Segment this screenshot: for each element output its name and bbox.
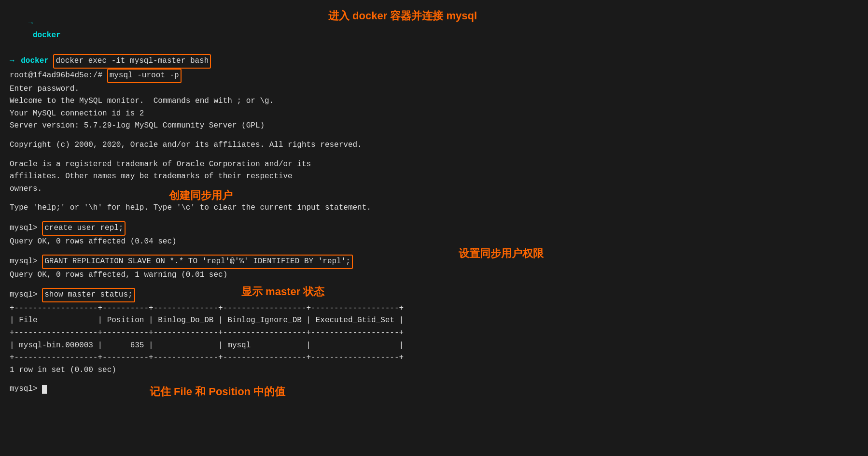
table-data-row: | mysql-bin.000003 | 635 | | mysql | | bbox=[10, 340, 858, 352]
table-border-top: +------------------+----------+---------… bbox=[10, 302, 858, 315]
arrow-icon: → bbox=[28, 19, 33, 28]
create-user-cmd-box: create user repl; bbox=[42, 221, 126, 236]
server-version-line: Server version: 5.7.29-log MySQL Communi… bbox=[10, 120, 858, 132]
annotation-create-user: 创建同步用户 bbox=[169, 188, 233, 203]
terminal-window: 进入 docker 容器并连接 mysql → docker → docker … bbox=[0, 0, 868, 405]
final-prompt-text: mysql> bbox=[10, 383, 42, 396]
terminal-line-docker-cmd: → docker docker exec -it mysql-master ba… bbox=[10, 54, 858, 69]
copyright-line-3: affiliates. Other names may be trademark… bbox=[10, 171, 858, 183]
annotation-show-master: 显示 master 状态 bbox=[241, 285, 324, 299]
table-border-mid: +------------------+----------+---------… bbox=[10, 327, 858, 340]
mysql-cmd-box: mysql -uroot -p bbox=[107, 69, 182, 83]
docker-cmd-box: docker exec -it mysql-master bash bbox=[53, 54, 211, 69]
create-user-result: Query OK, 0 rows affected (0.04 sec) bbox=[10, 236, 858, 248]
table-border-bot: +------------------+----------+---------… bbox=[10, 352, 858, 364]
enter-password-line: Enter password. bbox=[10, 83, 858, 96]
show-master-cmd-box: show master status; bbox=[42, 288, 135, 302]
table-header: | File | Position | Binlog_Do_DB | Binlo… bbox=[10, 314, 858, 327]
welcome-line-1: Welcome to the MySQL monitor. Commands e… bbox=[10, 95, 858, 108]
terminal-line-root-cmd: root@1f4ad96b4d5e:/# mysql -uroot -p bbox=[10, 69, 858, 83]
copyright-line-4: owners. bbox=[10, 183, 858, 196]
welcome-line-2: Your MySQL connection id is 2 bbox=[10, 108, 858, 120]
annotation-remember-values: 记住 File 和 Position 中的值 bbox=[150, 385, 285, 399]
help-line: Type 'help;' or '\h' for help. Type '\c'… bbox=[10, 202, 858, 214]
cursor-blink bbox=[42, 385, 47, 394]
final-prompt-line: mysql> bbox=[10, 383, 858, 396]
grant-result: Query OK, 0 rows affected, 1 warning (0.… bbox=[10, 269, 858, 282]
create-user-line: mysql> create user repl; bbox=[10, 221, 858, 236]
annotation-enter-docker: 进入 docker 容器并连接 mysql bbox=[328, 9, 477, 23]
annotation-set-permissions: 设置同步用户权限 bbox=[459, 246, 544, 261]
arrow-icon-2: → bbox=[10, 55, 14, 68]
copyright-line-2: Oracle is a registered trademark of Orac… bbox=[10, 158, 858, 171]
show-master-line: mysql> show master status; bbox=[10, 288, 858, 302]
row-count-line: 1 row in set (0.00 sec) bbox=[10, 364, 858, 377]
grant-line: mysql> GRANT REPLICATION SLAVE ON *.* TO… bbox=[10, 255, 858, 269]
copyright-line-1: Copyright (c) 2000, 2020, Oracle and/or … bbox=[10, 139, 858, 152]
grant-cmd-box: GRANT REPLICATION SLAVE ON *.* TO 'repl'… bbox=[42, 255, 353, 269]
